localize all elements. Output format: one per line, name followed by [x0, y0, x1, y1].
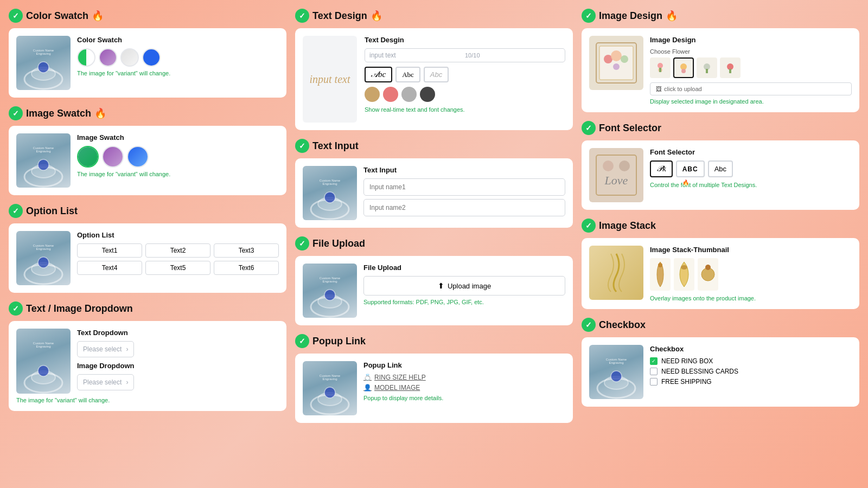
stack-thumb-2[interactable]	[674, 258, 694, 291]
image-stack-product-thumb	[589, 246, 643, 300]
flower-icon-1	[653, 60, 668, 75]
option-text3[interactable]: Text3	[214, 243, 279, 258]
file-upload-check: ✓	[295, 236, 309, 251]
swatch-white[interactable]	[120, 48, 139, 67]
text-design-title: Text Design	[312, 10, 367, 22]
upload-preview-button[interactable]: 🖼 click to upload	[650, 82, 852, 95]
text-design-fire: 🔥	[371, 10, 382, 22]
option-text1[interactable]: Text1	[77, 243, 142, 258]
svg-point-8	[38, 257, 49, 268]
svg-point-20	[324, 387, 335, 398]
svg-point-41	[681, 265, 687, 269]
img-swatch-2[interactable]	[102, 146, 124, 168]
text-design-preview-text: input text	[310, 73, 350, 86]
image-swatch-fire: 🔥	[94, 107, 106, 119]
color-gold[interactable]	[365, 87, 380, 102]
checkbox-row-3[interactable]: FREE SHIPPING	[650, 378, 852, 386]
ring-svg2	[19, 150, 68, 188]
svg-point-17	[324, 290, 335, 300]
option-text6[interactable]: Text6	[214, 261, 279, 275]
flower-thumb-3[interactable]	[697, 57, 717, 78]
flower-thumb-2[interactable]	[673, 57, 694, 78]
option-text2[interactable]: Text2	[145, 243, 210, 258]
ring-link-icon: 💍	[363, 374, 372, 381]
file-upload-card: Custom NameEngraving File Upload ⬆ Uploa…	[295, 256, 573, 325]
option-grid: Text1 Text2 Text3 Text4 Text5 Text6	[77, 243, 279, 275]
flower-thumb-1[interactable]	[650, 57, 671, 78]
checkbox-section-check: ✓	[582, 318, 596, 332]
svg-point-11	[38, 365, 49, 376]
ring-svg8	[592, 361, 641, 399]
font-light-btn[interactable]: Abc	[424, 67, 449, 82]
checkbox-card: Custom NameEngraving Checkbox ✓ NEED RIN…	[582, 337, 859, 407]
font-row: 𝒜bc Abc Abc	[365, 67, 565, 82]
img-swatch-1[interactable]	[77, 146, 99, 168]
option-text4[interactable]: Text4	[77, 261, 142, 275]
popup-model-image-link[interactable]: 👤 MODEL IMAGE	[363, 384, 565, 391]
upload-image-button[interactable]: ⬆ Upload image	[363, 276, 565, 296]
image-stack-check: ✓	[582, 219, 596, 233]
stack-thumb-svg2	[676, 261, 692, 288]
text-dropdown-select[interactable]: Please select ›	[77, 341, 134, 357]
checkbox-unchecked-icon-2	[650, 368, 658, 375]
color-dark[interactable]	[420, 87, 435, 102]
file-upload-content: File Upload ⬆ Upload image Supported for…	[363, 264, 565, 318]
svg-rect-29	[659, 68, 661, 72]
svg-point-37	[603, 160, 614, 171]
ring-svg	[19, 52, 68, 90]
color-red[interactable]	[383, 87, 398, 102]
font-serif-btn[interactable]: Abc	[395, 67, 420, 82]
stack-thumb-1[interactable]	[650, 258, 671, 291]
ring-svg6	[305, 280, 354, 318]
svg-point-25	[621, 55, 628, 63]
checkbox-row-2[interactable]: NEED BLESSING CARDS	[650, 368, 852, 375]
dropdown-content: Text Dropdown Please select › Image Drop…	[77, 329, 134, 395]
swatch-blue[interactable]	[142, 48, 161, 67]
flower-icon-2	[676, 60, 691, 75]
text-input-field2[interactable]	[363, 199, 565, 216]
svg-point-43	[705, 265, 711, 270]
image-dropdown-select[interactable]: Please select ›	[77, 374, 134, 390]
ring-svg5	[305, 182, 354, 220]
image-design-content: Image Design Choose Flower	[650, 36, 852, 105]
color-swatch-row	[77, 48, 279, 67]
popup-link-note: Popup to display more details.	[363, 395, 565, 401]
font-sel-cursive-btn[interactable]: 𝒫k	[650, 160, 673, 177]
flower-frame-svg	[592, 38, 641, 87]
text-design-input-placeholder[interactable]: input text	[369, 52, 465, 59]
svg-point-27	[658, 63, 663, 68]
flower-thumb-4[interactable]	[720, 57, 741, 78]
font-sel-abc-btn[interactable]: ABC	[676, 160, 705, 177]
svg-point-40	[658, 263, 662, 267]
file-upload-title: File Upload	[312, 238, 365, 249]
file-upload-card-label: File Upload	[363, 264, 565, 272]
stack-thumb-svg1	[653, 261, 668, 288]
stack-thumb-3[interactable]	[698, 258, 718, 291]
color-gray[interactable]	[401, 87, 417, 102]
image-design-title: Image Design	[599, 10, 662, 22]
text-input-field1[interactable]	[363, 178, 565, 196]
upload-icon: ⬆	[438, 281, 444, 290]
chevron-down-icon: ›	[126, 345, 128, 353]
text-input-card-label: Text Input	[363, 166, 565, 174]
font-sel-light-btn[interactable]: Abc	[708, 160, 733, 177]
font-cursive-btn[interactable]: 𝒜bc	[365, 67, 392, 82]
option-text5[interactable]: Text5	[145, 261, 210, 275]
checkbox-row-1[interactable]: ✓ NEED RING BOX	[650, 357, 852, 365]
font-selector-card: Love Font Selector 𝒫k ABC Abc Control th…	[582, 140, 859, 210]
svg-point-38	[619, 160, 630, 171]
swatch-green-white[interactable]	[77, 48, 95, 67]
swatch-purple[interactable]	[99, 48, 117, 67]
ring-svg7	[305, 377, 354, 415]
popup-link-title: Popup Link	[312, 336, 366, 347]
chain-svg	[592, 248, 641, 297]
chevron-down-icon2: ›	[126, 378, 128, 386]
image-dropdown-label: Image Dropdown	[77, 362, 134, 370]
image-design-note: Display selected image in designated are…	[650, 98, 852, 105]
font-selector-row: 𝒫k ABC Abc	[650, 160, 852, 177]
text-design-note: Show real-time text and font changes.	[365, 106, 565, 113]
popup-ring-size-link[interactable]: 💍 RING SIZE HELP	[363, 374, 565, 381]
text-dropdown-placeholder: Please select	[83, 345, 122, 353]
image-swatch-card-label: Image Swatch	[77, 133, 279, 142]
img-swatch-3[interactable]	[127, 146, 149, 168]
